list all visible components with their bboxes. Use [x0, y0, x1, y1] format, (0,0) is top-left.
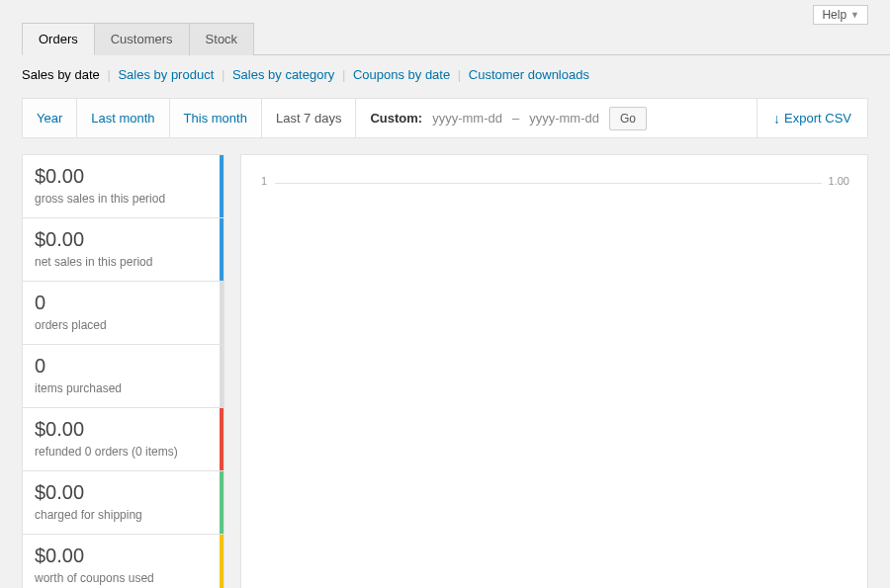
content-area: $0.00 gross sales in this period $0.00 n…: [22, 154, 868, 588]
stat-refunded[interactable]: $0.00 refunded 0 orders (0 items): [22, 408, 224, 471]
stats-sidebar: $0.00 gross sales in this period $0.00 n…: [22, 154, 224, 588]
stat-color-bar: [220, 408, 223, 470]
custom-range-section: Custom: yyyy-mm-dd – yyyy-mm-dd Go: [356, 99, 756, 137]
separator: |: [222, 67, 224, 82]
subnav-customer-downloads[interactable]: Customer downloads: [469, 67, 589, 82]
separator: |: [342, 67, 345, 82]
date-range-dash: –: [512, 111, 519, 126]
go-button[interactable]: Go: [609, 107, 647, 130]
dropdown-triangle-icon: ▼: [850, 10, 859, 20]
stat-color-bar: [220, 155, 223, 217]
date-to-input[interactable]: yyyy-mm-dd: [529, 111, 599, 126]
stat-value: $0.00: [35, 418, 212, 441]
stat-value: $0.00: [35, 481, 212, 504]
stat-color-bar: [220, 218, 223, 281]
range-year[interactable]: Year: [23, 99, 77, 137]
tab-customers[interactable]: Customers: [95, 23, 190, 55]
stat-label: charged for shipping: [35, 508, 212, 522]
tab-orders[interactable]: Orders: [22, 23, 95, 55]
stat-label: refunded 0 orders (0 items): [35, 445, 212, 459]
stat-orders-placed[interactable]: 0 orders placed: [22, 282, 224, 345]
stat-gross-sales[interactable]: $0.00 gross sales in this period: [22, 155, 224, 218]
stat-label: orders placed: [35, 318, 212, 332]
stat-value: $0.00: [35, 545, 212, 567]
y-axis-left-tick: 1: [261, 175, 267, 187]
subnav-current: Sales by date: [22, 67, 100, 82]
stat-label: net sales in this period: [35, 255, 212, 269]
stat-label: gross sales in this period: [35, 192, 212, 206]
subnav-sales-by-category[interactable]: Sales by category: [232, 67, 334, 82]
date-filter-row: Year Last month This month Last 7 days C…: [22, 98, 868, 138]
stat-net-sales[interactable]: $0.00 net sales in this period: [22, 218, 224, 282]
subnav-sales-by-product[interactable]: Sales by product: [118, 67, 214, 82]
separator: |: [107, 67, 110, 82]
stat-label: items purchased: [35, 381, 212, 395]
stat-value: 0: [35, 292, 212, 314]
main-tabs: Orders Customers Stock: [22, 22, 890, 55]
stat-label: worth of coupons used: [35, 571, 212, 585]
stat-value: $0.00: [35, 228, 212, 251]
stat-coupons[interactable]: $0.00 worth of coupons used: [22, 535, 224, 588]
stat-value: 0: [35, 355, 212, 378]
export-label: Export CSV: [784, 111, 851, 126]
range-this-month[interactable]: This month: [170, 99, 262, 137]
subnav-coupons-by-date[interactable]: Coupons by date: [353, 67, 450, 82]
stat-color-bar: [220, 535, 223, 588]
stat-color-bar: [220, 471, 223, 534]
report-subnav: Sales by date | Sales by product | Sales…: [22, 67, 868, 82]
download-icon: ↓: [773, 111, 780, 126]
stat-color-bar: [220, 345, 223, 407]
stat-value: $0.00: [35, 165, 212, 188]
y-axis-right-tick: 1.00: [829, 175, 849, 187]
help-button[interactable]: Help ▼: [813, 5, 868, 25]
custom-label: Custom:: [370, 111, 422, 126]
date-from-input[interactable]: yyyy-mm-dd: [432, 111, 502, 126]
range-last-7-days[interactable]: Last 7 days: [262, 99, 357, 137]
stat-color-bar: [220, 282, 223, 344]
stat-items-purchased[interactable]: 0 items purchased: [22, 345, 224, 408]
export-csv-button[interactable]: ↓ Export CSV: [756, 99, 867, 137]
chart-axis-line: [275, 183, 822, 184]
range-last-month[interactable]: Last month: [77, 99, 169, 137]
tab-stock[interactable]: Stock: [190, 23, 255, 55]
separator: |: [458, 67, 461, 82]
stat-shipping[interactable]: $0.00 charged for shipping: [22, 471, 224, 535]
chart-panel: 1 1.00: [240, 154, 868, 588]
help-label: Help: [822, 8, 846, 22]
